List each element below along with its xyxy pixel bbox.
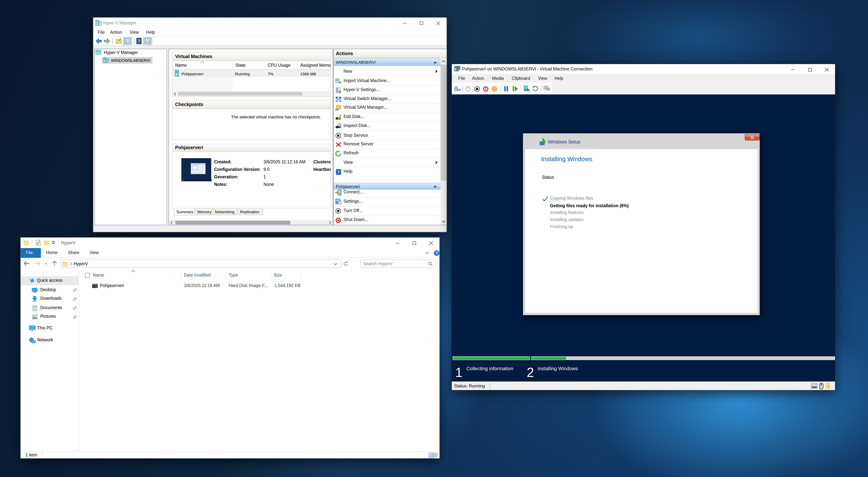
svg-text:?: ? <box>337 169 340 174</box>
svg-text:?: ? <box>138 38 140 44</box>
